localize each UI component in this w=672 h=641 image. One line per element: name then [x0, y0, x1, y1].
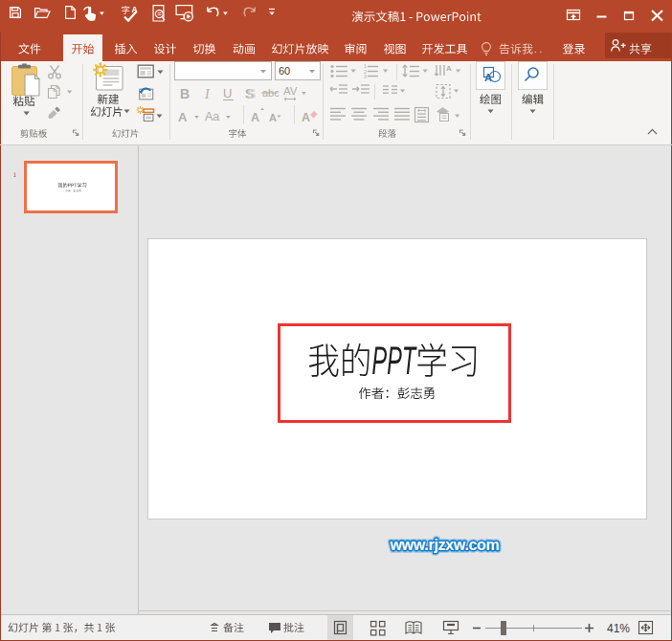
svg-text:A: A	[269, 112, 277, 123]
svg-text:41%: 41%	[607, 622, 630, 635]
svg-text:A: A	[251, 111, 259, 124]
svg-text:S: S	[247, 86, 256, 101]
svg-text:A: A	[178, 110, 188, 124]
svg-text:60: 60	[279, 65, 290, 77]
svg-text:3: 3	[364, 74, 367, 79]
svg-text:. .: . .	[534, 44, 542, 55]
svg-text:A: A	[302, 111, 310, 124]
svg-text:www.rjzxw.com: www.rjzxw.com	[389, 537, 499, 553]
svg-text:U: U	[223, 86, 232, 100]
svg-text:B: B	[180, 86, 190, 101]
svg-text:AV: AV	[283, 85, 298, 97]
svg-text:Aa: Aa	[205, 110, 219, 123]
svg-text:A: A	[484, 72, 492, 83]
svg-text:A: A	[446, 64, 452, 73]
